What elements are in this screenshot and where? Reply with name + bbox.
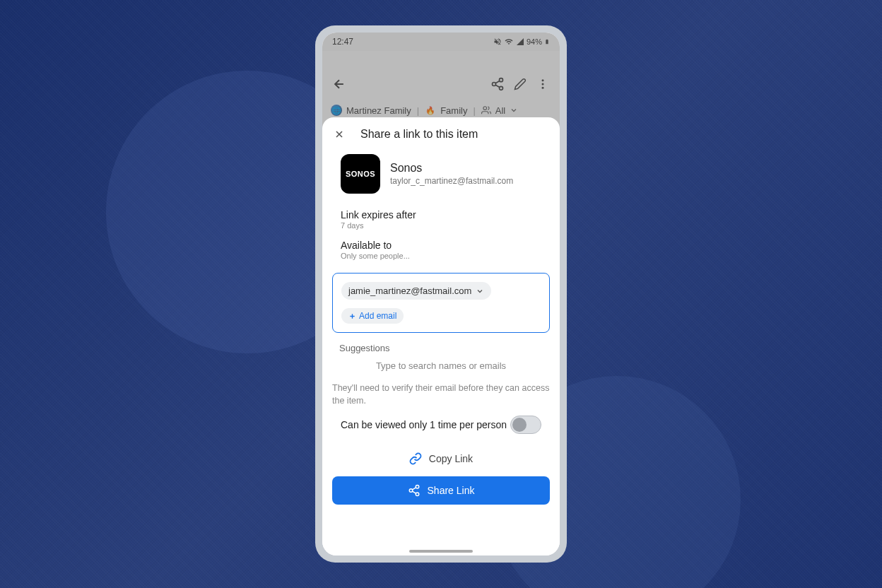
people-icon: [481, 105, 491, 115]
svg-point-14: [409, 489, 413, 493]
expires-setting[interactable]: Link expires after 7 days: [332, 206, 550, 237]
expires-value: 7 days: [341, 221, 541, 230]
phone-screen: 12:47 94%: [322, 33, 560, 555]
plus-icon: [348, 312, 356, 320]
status-bar: 12:47 94%: [322, 33, 560, 51]
more-icon[interactable]: [534, 76, 551, 93]
svg-point-0: [500, 78, 503, 82]
svg-line-16: [412, 491, 416, 493]
svg-point-8: [483, 107, 487, 110]
toggle-thumb: [512, 418, 527, 432]
svg-point-6: [542, 83, 544, 86]
add-email-button[interactable]: Add email: [341, 308, 404, 324]
battery-icon: [544, 37, 550, 46]
available-value: Only some people...: [341, 252, 541, 260]
status-icons: 94%: [493, 37, 550, 46]
email-input-box[interactable]: jamie_martinez@fastmail.com Add email: [332, 273, 550, 333]
share-link-button[interactable]: Share Link: [332, 476, 550, 505]
mute-icon: [493, 37, 502, 46]
svg-line-17: [412, 488, 416, 490]
svg-point-15: [416, 493, 419, 496]
item-name: Sonos: [390, 162, 513, 175]
item-email: taylor_c_martinez@fastmail.com: [390, 176, 513, 186]
available-label: Available to: [341, 240, 541, 251]
svg-point-2: [500, 86, 503, 90]
svg-line-3: [495, 85, 500, 87]
svg-point-13: [416, 486, 419, 489]
share-sheet: Share a link to this item SONOS Sonos ta…: [322, 117, 560, 555]
edit-icon[interactable]: [512, 76, 529, 93]
chevron-down-icon[interactable]: [510, 106, 518, 114]
app-background-dimmed: 12:47 94%: [322, 33, 560, 131]
expires-label: Link expires after: [341, 209, 541, 220]
link-icon: [409, 452, 422, 465]
app-header: [322, 69, 560, 99]
close-button[interactable]: [332, 127, 346, 141]
breadcrumb-separator: |: [417, 105, 419, 116]
copy-link-button[interactable]: Copy Link: [332, 448, 550, 476]
signal-icon: [516, 37, 524, 46]
view-once-setting: Can be viewed only 1 time per person: [332, 416, 550, 448]
toggle-label: Can be viewed only 1 time per person: [341, 419, 507, 430]
battery-percent: 94%: [527, 37, 542, 46]
svg-line-4: [495, 81, 500, 83]
breadcrumb-separator: |: [473, 105, 475, 116]
copy-link-label: Copy Link: [429, 453, 473, 464]
chevron-down-icon[interactable]: [476, 287, 484, 295]
family-icon: 🌐: [331, 105, 342, 116]
wifi-icon: [504, 37, 514, 46]
status-time: 12:47: [332, 37, 353, 47]
flame-icon: 🔥: [425, 105, 436, 116]
home-indicator[interactable]: [409, 550, 473, 553]
svg-point-5: [542, 79, 544, 81]
sheet-title: Share a link to this item: [360, 128, 478, 141]
svg-point-7: [542, 87, 544, 89]
back-button[interactable]: [331, 76, 348, 93]
share-icon[interactable]: [489, 76, 506, 93]
item-icon: SONOS: [341, 154, 380, 194]
breadcrumb-item-1[interactable]: Martinez Family: [346, 105, 411, 116]
share-icon: [408, 484, 421, 497]
item-info-row: SONOS Sonos taylor_c_martinez@fastmail.c…: [332, 154, 550, 194]
view-once-toggle[interactable]: [510, 416, 541, 434]
svg-point-1: [493, 83, 496, 86]
email-chip-text: jamie_martinez@fastmail.com: [348, 286, 471, 296]
suggestions-label: Suggestions: [332, 340, 550, 358]
breadcrumb-item-3[interactable]: All: [495, 105, 505, 116]
add-email-label: Add email: [359, 311, 396, 321]
share-link-label: Share Link: [428, 485, 475, 496]
available-setting[interactable]: Available to Only some people...: [332, 237, 550, 267]
breadcrumb-item-2[interactable]: Family: [440, 105, 467, 116]
verify-text: They'll need to verify their email befor…: [332, 382, 550, 407]
phone-frame: 12:47 94%: [315, 25, 567, 563]
search-hint: Type to search names or emails: [332, 358, 550, 382]
email-chip[interactable]: jamie_martinez@fastmail.com: [341, 282, 491, 300]
